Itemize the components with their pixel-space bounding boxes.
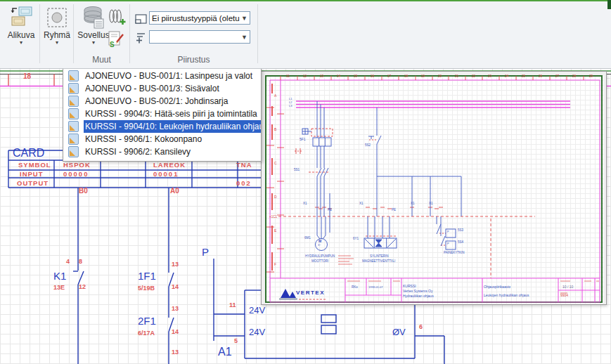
chevron-down-icon: ▾: [3, 40, 39, 46]
drawing-list-item[interactable]: AJONEUVO - BUS-002/1: Johdinsarja: [63, 95, 261, 108]
svg-text:S: S: [110, 41, 115, 48]
drawing-list-dropdown: AJONEUVO - BUS-001/1: Lasinpesu ja valot…: [63, 68, 262, 162]
chevron-down-icon: ▼: [241, 34, 247, 41]
drawing-document-icon: [68, 108, 79, 119]
drawing-list-item[interactable]: KURSSI - 9906/1: Kokoonpano: [63, 133, 261, 145]
add-binder-button[interactable]: [107, 7, 126, 29]
edit-form-button[interactable]: S: [107, 30, 125, 51]
drawing-list-item[interactable]: KURSSI - 9904/3: Hätä-seis piiri ja toim…: [63, 108, 261, 120]
symbol-combobox[interactable]: ▼: [149, 30, 250, 44]
chevron-down-icon: ▾: [76, 40, 111, 46]
drawing-document-icon: [68, 83, 79, 94]
drawing-list-item[interactable]: KURSSI - 9906/2: Kansilevy: [63, 145, 261, 158]
alikuva-button[interactable]: Alikuva ▾: [3, 4, 39, 46]
lines-plus-icon: [135, 32, 148, 44]
application-database-icon: [82, 5, 105, 30]
drawing-document-icon: [68, 146, 79, 157]
sheet-icon: [135, 14, 148, 25]
form-pencil-icon: S: [107, 30, 125, 48]
ribbon-toolbar: Alikuva ▾ Ryhmä ▾ Sovellus: [0, 0, 611, 69]
drawing-document-icon: [68, 70, 79, 82]
chevron-down-icon: ▼: [241, 15, 247, 22]
drawing-list-item[interactable]: AJONEUVO - BUS-001/3: Sisävalot: [63, 82, 261, 95]
group-separator: [257, 4, 258, 63]
drawing-type-combobox[interactable]: Ei piirustustyyppiä (oletu ▼: [149, 11, 250, 25]
sovellus-button[interactable]: Sovellus ▾: [76, 4, 111, 46]
drawing-list-item[interactable]: AJONEUVO - BUS-001/1: Lasinpesu ja valot: [63, 70, 261, 82]
group-label-piirustus: Piirustus: [130, 55, 257, 65]
chevron-down-icon: ▾: [42, 40, 72, 46]
subpicture-icon: [9, 5, 33, 30]
drawing-type-button[interactable]: [135, 14, 148, 27]
drawing-list-item-label: AJONEUVO - BUS-002/1: Johdinsarja: [84, 95, 261, 108]
symbol-lines-button[interactable]: [135, 32, 148, 46]
drawing-list-item-selected[interactable]: KURSSI - 9904/10: Leukojen hydrauliikan …: [63, 120, 261, 133]
group-separator: [39, 4, 40, 63]
window-accent-line: [0, 0, 611, 1]
drawing-list-item-label: AJONEUVO - BUS-001/3: Sisävalot: [84, 82, 261, 95]
drawing-list-item-label: KURSSI - 9904/3: Hätä-seis piiri ja toim…: [84, 108, 261, 120]
drawing-document-icon: [68, 134, 79, 145]
vertex-logo-icon: [281, 289, 290, 298]
drawing-list-item-label: KURSSI - 9906/2: Kansilevy: [84, 145, 261, 158]
ryhma-button[interactable]: Ryhmä ▾: [42, 4, 72, 46]
drawing-document-icon: [68, 96, 79, 107]
group-label-muut: Muut: [74, 55, 129, 65]
drawing-list-item-label: AJONEUVO - BUS-001/1: Lasinpesu ja valot: [84, 70, 261, 82]
preview-schematic: [265, 75, 603, 304]
preview-sheet: [265, 75, 603, 304]
window-corner: [607, 0, 611, 9]
drawing-preview-window: [261, 71, 607, 305]
drawing-type-value: Ei piirustustyyppiä (oletu: [152, 14, 240, 22]
drawing-list-item-label: KURSSI - 9904/10: Leukojen hydrauliikan …: [84, 120, 261, 133]
binder-add-icon: [107, 7, 126, 26]
drawing-document-icon: [68, 121, 79, 132]
group-select-icon: [46, 5, 67, 30]
drawing-list-item-label: KURSSI - 9906/1: Kokoonpano: [84, 133, 261, 145]
vertex-cad-app: Alikuva ▾ Ryhmä ▾ Sovellus: [0, 0, 611, 364]
